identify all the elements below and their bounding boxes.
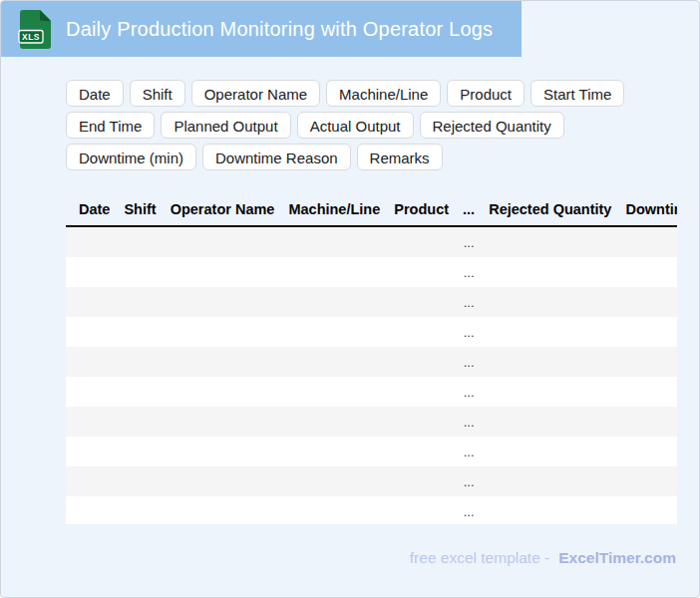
field-chip-downtime-min[interactable]: Downtime (min)	[66, 144, 196, 170]
table-cell	[117, 496, 163, 524]
field-chip-remarks[interactable]: Remarks	[357, 144, 443, 170]
table-cell	[618, 257, 677, 287]
table-cell	[66, 496, 117, 524]
table-cell	[387, 437, 456, 466]
table-cell: ...	[456, 466, 482, 496]
table-cell	[281, 287, 387, 317]
field-chip-operator-name[interactable]: Operator Name	[191, 80, 320, 107]
table-cell	[66, 317, 117, 347]
table-cell	[482, 226, 618, 257]
table-cell	[482, 257, 618, 287]
table-cell	[281, 466, 387, 496]
column-header: Machine/Line	[281, 195, 387, 226]
field-chip-shift[interactable]: Shift	[130, 80, 185, 107]
table-cell: ...	[456, 226, 482, 257]
table-cell: ...	[456, 496, 482, 524]
table-cell	[387, 226, 456, 257]
table-cell	[618, 407, 677, 437]
title-banner: XLS Daily Production Monitoring with Ope…	[1, 1, 522, 57]
table-row: ...	[66, 317, 677, 347]
table-cell	[281, 377, 387, 407]
table-cell	[66, 347, 117, 377]
table-row: ...	[66, 466, 677, 496]
table-cell	[387, 407, 456, 437]
table-row: ...	[66, 496, 677, 524]
table-cell	[164, 496, 282, 524]
table-cell	[164, 257, 282, 287]
table-row: ...	[66, 377, 677, 407]
table-cell	[281, 437, 387, 466]
table-cell	[117, 466, 163, 496]
table-cell	[482, 347, 618, 377]
table-cell: ...	[456, 287, 482, 317]
table-body: ..............................	[66, 226, 677, 524]
table-cell	[164, 407, 282, 437]
field-chip-planned-output[interactable]: Planned Output	[161, 112, 290, 139]
column-header: Operator Name	[164, 195, 282, 226]
table-cell	[618, 287, 677, 317]
footer-brand-link[interactable]: ExcelTimer.com	[558, 549, 676, 566]
table-cell: ...	[456, 377, 482, 407]
table-cell	[66, 437, 117, 466]
table-cell	[482, 437, 618, 466]
table-cell	[618, 466, 677, 496]
template-preview-page: XLS Daily Production Monitoring with Ope…	[0, 0, 700, 598]
table-cell	[117, 407, 163, 437]
table-cell	[164, 226, 282, 257]
table-cell	[117, 287, 163, 317]
field-chip-start-time[interactable]: Start Time	[530, 80, 624, 107]
field-chip-actual-output[interactable]: Actual Output	[297, 112, 414, 139]
field-chip-downtime-reason[interactable]: Downtime Reason	[202, 144, 351, 170]
table-cell	[66, 377, 117, 407]
table-cell	[482, 317, 618, 347]
table-cell	[117, 257, 163, 287]
table-cell	[482, 407, 618, 437]
table-cell	[387, 257, 456, 287]
column-header: ...	[456, 195, 482, 226]
table-cell	[66, 466, 117, 496]
table-row: ...	[66, 226, 677, 257]
field-chip-product[interactable]: Product	[447, 80, 525, 107]
table-cell: ...	[456, 437, 482, 466]
table-cell: ...	[456, 317, 482, 347]
table-cell	[387, 496, 456, 524]
xls-file-icon: XLS	[18, 9, 53, 50]
table-cell	[618, 496, 677, 524]
table-cell	[281, 257, 387, 287]
page-title: Daily Production Monitoring with Operato…	[66, 18, 493, 41]
footer-tagline: free excel template -	[410, 549, 549, 566]
table-cell	[281, 407, 387, 437]
table-cell	[387, 377, 456, 407]
table-cell	[117, 226, 163, 257]
table-cell	[66, 407, 117, 437]
table-cell	[66, 226, 117, 257]
table-cell	[117, 317, 163, 347]
table-cell	[618, 317, 677, 347]
column-header: Downtime (min)	[618, 195, 677, 226]
table-row: ...	[66, 437, 677, 466]
column-header: Rejected Quantity	[482, 195, 618, 226]
table-cell	[482, 287, 618, 317]
table-cell: ...	[456, 407, 482, 437]
preview-table-container: DateShiftOperator NameMachine/LineProduc…	[66, 195, 677, 524]
table-cell	[281, 347, 387, 377]
table-cell: ...	[456, 257, 482, 287]
table-row: ...	[66, 257, 677, 287]
column-header: Product	[387, 195, 456, 226]
table-cell	[387, 466, 456, 496]
table-row: ...	[66, 407, 677, 437]
table-cell	[164, 437, 282, 466]
field-chip-rejected-quantity[interactable]: Rejected Quantity	[420, 112, 564, 139]
preview-table: DateShiftOperator NameMachine/LineProduc…	[66, 195, 677, 524]
table-cell	[618, 226, 677, 257]
footer: free excel template -ExcelTimer.com	[410, 549, 676, 567]
table-cell	[281, 317, 387, 347]
field-chip-machine-line[interactable]: Machine/Line	[326, 80, 441, 107]
table-cell	[164, 347, 282, 377]
table-cell	[164, 466, 282, 496]
column-header: Date	[66, 195, 117, 226]
field-chip-end-time[interactable]: End Time	[66, 112, 155, 139]
field-chip-date[interactable]: Date	[66, 80, 124, 107]
table-cell	[117, 347, 163, 377]
table-cell	[618, 377, 677, 407]
